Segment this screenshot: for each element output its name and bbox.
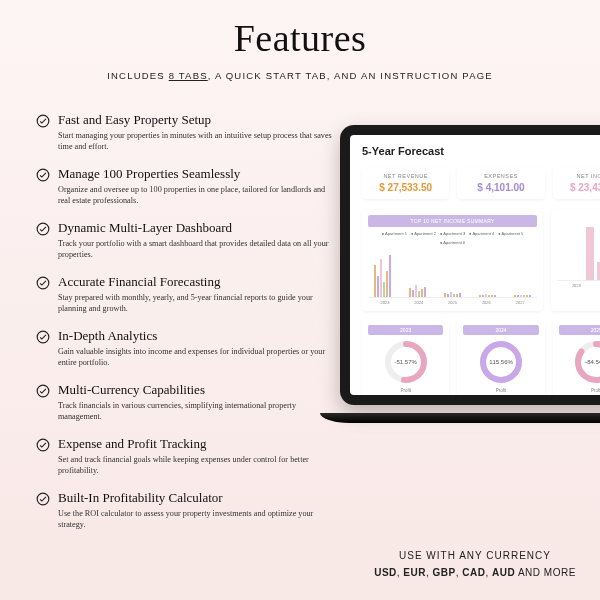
feature-desc: Gain valuable insights into income and e… [58,346,336,369]
donut-year: 2025 [559,325,600,335]
chart-row: TOP 10 NET INCOME SUMMARY Apartment 1Apa… [362,209,600,311]
check-icon [36,492,50,506]
feature-title: In-Depth Analytics [58,328,336,344]
check-icon [36,330,50,344]
svg-point-2 [37,223,49,235]
donut-chart: -84.54% [573,339,600,385]
feature-title: Expense and Profit Tracking [58,436,336,452]
subtitle-b: , A QUICK START TAB, AND AN INSTRUCTION … [208,70,493,81]
bar [389,255,391,297]
feature-title: Multi-Currency Capabilities [58,382,336,398]
donut-value: 115.56% [489,359,513,365]
bar [494,295,496,298]
stat-row: NET REVENUE $ 27,533.50EXPENSES $ 4,101.… [362,167,600,199]
svg-point-0 [37,115,49,127]
year-group [405,285,430,297]
svg-point-6 [37,439,49,451]
bar [482,295,484,297]
stat-value: $ 23,432.50 [557,182,600,193]
bar [377,276,379,297]
legend-item: Apartment 4 [469,231,494,236]
donut-label: Profit [559,388,600,393]
bar [386,271,388,297]
feature-title: Manage 100 Properties Seamlessly [58,166,336,182]
donut-year: 2023 [368,325,443,335]
bar [488,295,490,297]
feature-item: Dynamic Multi-Layer Dashboard Track your… [36,220,336,261]
x-label: 2026 [482,300,491,305]
bar [517,295,519,297]
check-icon [36,114,50,128]
stat-value: $ 4,101.00 [461,182,540,193]
year-group [440,292,465,297]
check-icon [36,222,50,236]
feature-desc: Start managing your properties in minute… [58,130,336,153]
bar [450,292,452,297]
x-label: 2027 [516,300,525,305]
feature-desc: Organize and oversee up to 100 propertie… [58,184,336,207]
svg-point-5 [37,385,49,397]
x-label: 2025 [448,300,457,305]
x-labels: 20232024202520262027 [368,300,537,305]
feature-title: Dynamic Multi-Layer Dashboard [58,220,336,236]
mini-x-labels: 20232024 [557,283,600,288]
subtitle-a: INCLUDES [107,70,168,81]
donut-card: 2025 -84.54% Profit [553,319,600,395]
currency-codes: USD, EUR, GBP, CAD, AUD AND MORE [350,567,600,578]
bar [514,295,516,297]
chart-header: TOP 10 NET INCOME SUMMARY [368,215,537,227]
feature-item: In-Depth Analytics Gain valuable insight… [36,328,336,369]
side-chart: 20232024 [551,209,600,311]
bar [520,295,522,297]
bar [456,294,458,298]
donut-chart: 115.56% [478,339,524,385]
legend-item: Apartment 3 [440,231,465,236]
year-group [510,295,535,297]
laptop-screen: 5-Year Forecast NET REVENUE $ 27,533.50E… [350,135,600,395]
laptop-frame: 5-Year Forecast NET REVENUE $ 27,533.50E… [340,125,600,405]
currency-heading: USE WITH ANY CURRENCY [350,550,600,561]
bar [409,288,411,297]
laptop-mockup: 5-Year Forecast NET REVENUE $ 27,533.50E… [340,125,600,435]
screen-title: 5-Year Forecast [362,145,600,157]
donut-year: 2024 [463,325,538,335]
check-icon [36,168,50,182]
laptop-base [320,413,600,423]
feature-item: Fast and Easy Property Setup Start manag… [36,112,336,153]
mini-bars [557,225,600,281]
feature-item: Expense and Profit Tracking Set and trac… [36,436,336,477]
legend-item: Apartment 2 [411,231,436,236]
bar [479,295,481,298]
bar [453,294,455,297]
feature-desc: Track your portfolio with a smart dashbo… [58,238,336,261]
svg-point-7 [37,493,49,505]
subtitle: INCLUDES 8 TABS, A QUICK START TAB, AND … [0,70,600,81]
stat-card: EXPENSES $ 4,101.00 [457,167,544,199]
stat-card: NET REVENUE $ 27,533.50 [362,167,449,199]
donut-value: -51.57% [394,359,416,365]
svg-point-3 [37,277,49,289]
bar [383,282,385,297]
svg-point-4 [37,331,49,343]
bar [412,290,414,297]
feature-desc: Set and track financial goals while keep… [58,454,336,477]
check-icon [36,276,50,290]
page-title: Features [0,0,600,60]
subtitle-underline: 8 TABS [169,70,208,81]
bar [444,293,446,297]
check-icon [36,384,50,398]
bar [380,259,382,297]
bar [459,293,461,298]
donut-card: 2024 115.56% Profit [457,319,544,395]
bar [415,285,417,297]
features-list: Fast and Easy Property Setup Start manag… [36,112,336,544]
x-label: 2023 [380,300,389,305]
feature-title: Fast and Easy Property Setup [58,112,336,128]
year-group [475,294,500,297]
bars-area [368,248,537,298]
check-icon [36,438,50,452]
stat-label: NET REVENUE [366,173,445,179]
feature-desc: Stay prepared with monthly, yearly, and … [58,292,336,315]
stat-label: EXPENSES [461,173,540,179]
donut-label: Profit [368,388,443,393]
